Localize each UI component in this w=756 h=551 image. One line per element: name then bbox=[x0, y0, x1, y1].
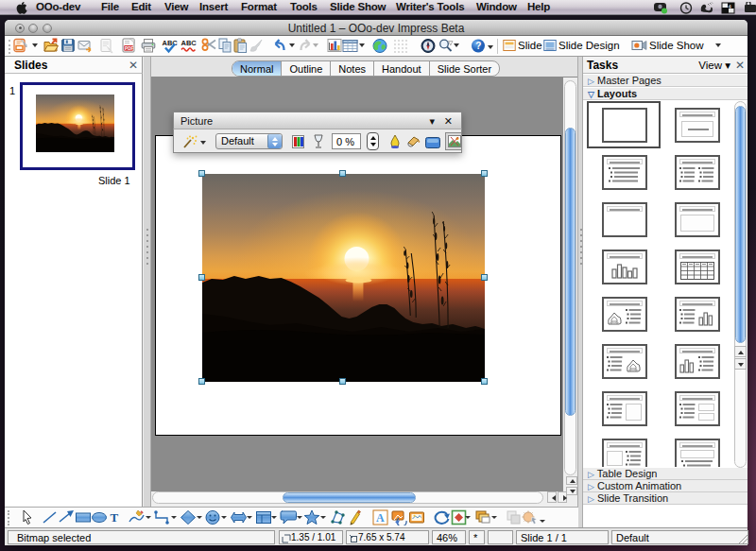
svg-text:ABC: ABC bbox=[163, 39, 179, 47]
svg-text:ABC: ABC bbox=[181, 39, 198, 47]
svg-text:PDF: PDF bbox=[125, 46, 133, 51]
svg-text:A: A bbox=[376, 511, 385, 525]
svg-text:T: T bbox=[111, 510, 119, 525]
svg-text:?: ? bbox=[475, 41, 481, 51]
